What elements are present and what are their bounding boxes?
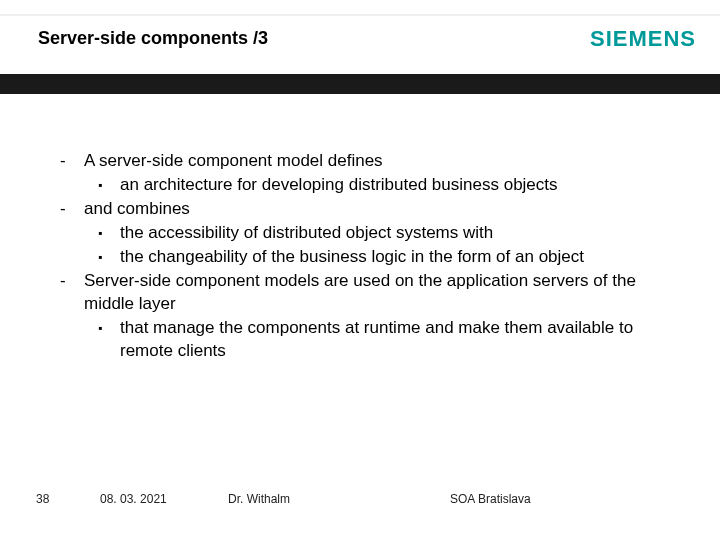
footer-date: 08. 03. 2021 xyxy=(100,492,167,506)
dash-icon: - xyxy=(60,150,84,173)
bullet-2: - and combines xyxy=(60,198,680,221)
bullet-3: - Server-side component models are used … xyxy=(60,270,680,316)
sub-text: an architecture for developing distribut… xyxy=(120,174,680,197)
dash-icon: - xyxy=(60,270,84,316)
dash-icon: - xyxy=(60,198,84,221)
bullet-text: A server-side component model defines xyxy=(84,150,680,173)
footer-course: SOA Bratislava xyxy=(450,492,531,506)
slide: Server-side components /3 SIEMENS - A se… xyxy=(0,0,720,540)
sub-bullet-2-2: ▪ the changeability of the business logi… xyxy=(98,246,680,269)
sub-bullet-3-1: ▪ that manage the components at runtime … xyxy=(98,317,680,363)
sub-bullet-2-1: ▪ the accessibility of distributed objec… xyxy=(98,222,680,245)
square-icon: ▪ xyxy=(98,222,120,245)
bullet-1: - A server-side component model defines xyxy=(60,150,680,173)
page-number: 38 xyxy=(36,492,49,506)
square-icon: ▪ xyxy=(98,174,120,197)
sub-text: the accessibility of distributed object … xyxy=(120,222,680,245)
dark-band xyxy=(0,74,720,94)
page-title: Server-side components /3 xyxy=(38,28,268,49)
square-icon: ▪ xyxy=(98,317,120,363)
sub-text: that manage the components at runtime an… xyxy=(120,317,680,363)
content-area: - A server-side component model defines … xyxy=(60,150,680,363)
bullet-text: and combines xyxy=(84,198,680,221)
sub-bullet-1-1: ▪ an architecture for developing distrib… xyxy=(98,174,680,197)
footer-author: Dr. Withalm xyxy=(228,492,290,506)
square-icon: ▪ xyxy=(98,246,120,269)
footer: 38 08. 03. 2021 Dr. Withalm SOA Bratisla… xyxy=(0,492,720,512)
brand-logo: SIEMENS xyxy=(590,26,696,52)
bullet-text: Server-side component models are used on… xyxy=(84,270,680,316)
sub-text: the changeability of the business logic … xyxy=(120,246,680,269)
